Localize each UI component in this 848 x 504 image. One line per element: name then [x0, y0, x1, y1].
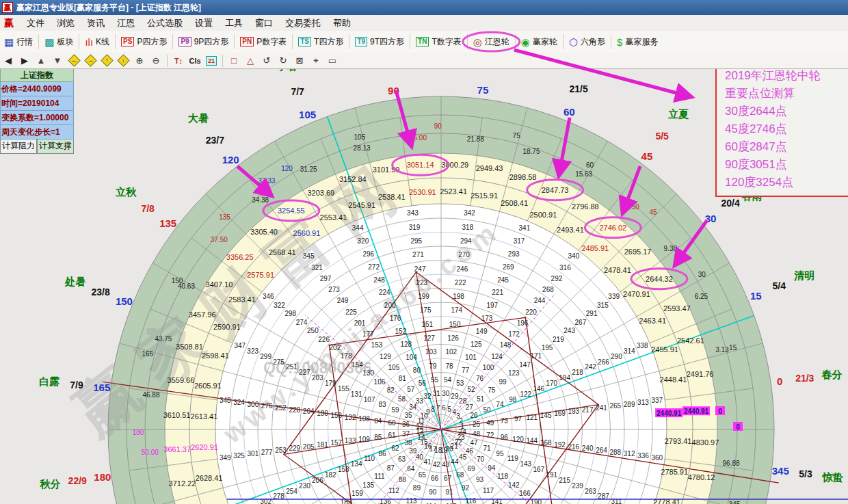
tool-pointer-up[interactable]: ▲ — [34, 54, 49, 68]
tool-rotate-cw[interactable]: ↻ — [276, 54, 291, 68]
calc-resistance-button[interactable]: 计算阻力 — [0, 140, 37, 154]
toolbar-item-winner-service[interactable]: $赢家服务 — [613, 33, 662, 51]
svg-text:153: 153 — [371, 341, 383, 349]
toolbar-item-t-table[interactable]: TNT数字表 — [412, 33, 466, 51]
svg-text:198: 198 — [453, 293, 464, 300]
svg-text:2746.02: 2746.02 — [599, 224, 626, 232]
blocks-icon: ▩ — [44, 37, 54, 47]
tool-page-next[interactable]: ▶ — [17, 54, 32, 68]
candlestick-icon: ılı — [85, 37, 93, 47]
svg-text:3: 3 — [456, 412, 460, 420]
menu-item-3[interactable]: 江恩 — [111, 17, 141, 29]
main-toolbar: ▦行情▩板块ılıK线PSP四方形P99P四方形PNP数字表TST四方形T99T… — [0, 31, 848, 53]
svg-text:111: 111 — [374, 473, 385, 480]
svg-text:148: 148 — [500, 341, 512, 349]
svg-text:白露: 白露 — [39, 375, 59, 387]
tool-rotate-ccw[interactable]: ↺ — [259, 54, 274, 68]
tool-center-tool[interactable]: ⌖ — [308, 54, 323, 68]
svg-text:97: 97 — [514, 415, 522, 423]
tool-calendar[interactable]: 21 — [204, 54, 219, 68]
svg-text:325: 325 — [233, 452, 245, 460]
svg-text:21/3: 21/3 — [795, 373, 814, 384]
toolbar-item-9p-square[interactable]: P99P四方形 — [174, 33, 233, 51]
menu-item-2[interactable]: 资讯 — [81, 17, 111, 29]
svg-text:174: 174 — [451, 306, 462, 314]
toolbar-item-hexagon[interactable]: ⬡六角形 — [565, 33, 609, 51]
svg-text:0: 0 — [718, 408, 722, 415]
menu-item-0[interactable]: 文件 — [21, 17, 51, 29]
toolbar-item-quotes[interactable]: ▦行情 — [0, 33, 37, 51]
svg-text:3356.25: 3356.25 — [226, 253, 254, 261]
svg-text:2590.91: 2590.91 — [213, 323, 241, 331]
svg-text:2542.61: 2542.61 — [677, 336, 704, 345]
svg-text:0: 0 — [777, 375, 782, 387]
svg-text:318: 318 — [462, 224, 474, 231]
menu-logo-icon: 赢 — [4, 17, 14, 29]
svg-text:66: 66 — [431, 475, 439, 482]
tool-cls[interactable]: Cls — [187, 54, 202, 68]
toolbar-item-label: 六角形 — [581, 36, 605, 48]
svg-text:47: 47 — [470, 439, 478, 447]
tool-shift-right[interactable]: → — [83, 54, 98, 68]
svg-text:3610.51: 3610.51 — [163, 411, 191, 419]
svg-text:252: 252 — [275, 404, 287, 412]
toolbar-item-label: P数字表 — [256, 36, 287, 48]
toolbar-item-kline[interactable]: ılıK线 — [81, 33, 114, 51]
tool-square-tool[interactable]: □ — [226, 54, 241, 68]
svg-text:128: 128 — [400, 341, 412, 348]
index-info-panel: 上证指数 价格=2440.9099时间=20190104变换系数=1.00000… — [0, 68, 74, 154]
tool-page-prev[interactable]: ◀ — [1, 54, 16, 68]
tool-shift-down[interactable]: ↓ — [116, 54, 131, 68]
svg-text:34.38: 34.38 — [252, 196, 269, 204]
toolbar-item-gann-wheel[interactable]: ◎江恩轮 — [469, 33, 514, 51]
tool-t-range[interactable]: T↕ — [171, 54, 186, 68]
svg-text:150: 150 — [172, 277, 183, 284]
toolbar-item-p-table[interactable]: PNP数字表 — [236, 33, 291, 51]
svg-text:3152.84: 3152.84 — [339, 175, 367, 183]
svg-text:43: 43 — [442, 461, 450, 468]
toolbar-item-9t-square[interactable]: T99T四方形 — [351, 33, 408, 51]
svg-text:240: 240 — [582, 445, 594, 452]
svg-text:4780.12: 4780.12 — [688, 473, 715, 481]
svg-text:197: 197 — [486, 302, 498, 309]
title-bar: 赢 赢家江恩专业版[赢家服务平台] - [上证指数 江恩轮] — [0, 0, 848, 16]
menu-item-9[interactable]: 帮助 — [327, 17, 357, 29]
menu-item-5[interactable]: 设置 — [189, 17, 219, 29]
tool-shift-left[interactable]: ← — [66, 54, 81, 68]
menu-item-8[interactable]: 交易委托 — [279, 17, 327, 29]
svg-text:87: 87 — [387, 464, 395, 472]
svg-text:349: 349 — [220, 454, 231, 462]
svg-text:193: 193 — [568, 408, 579, 415]
tool-zoom-out[interactable]: ⊖ — [148, 54, 163, 68]
svg-text:9.38: 9.38 — [664, 245, 678, 252]
tool-pointer-down[interactable]: ▼ — [50, 54, 65, 68]
toolbar-item-sectors[interactable]: ▩板块 — [40, 33, 77, 51]
svg-text:348: 348 — [220, 397, 231, 404]
svg-text:144: 144 — [527, 437, 538, 445]
toolbar-item-t-square[interactable]: TST四方形 — [294, 33, 347, 51]
tool-zoom-in[interactable]: ⊕ — [132, 54, 147, 68]
svg-text:77: 77 — [462, 367, 470, 374]
svg-text:263: 263 — [585, 488, 596, 495]
svg-text:339: 339 — [608, 293, 620, 300]
svg-text:347: 347 — [234, 342, 246, 349]
svg-text:46.88: 46.88 — [142, 391, 159, 399]
tool-shift-up[interactable]: ↑ — [99, 54, 114, 68]
svg-text:244: 244 — [534, 297, 546, 304]
menu-item-4[interactable]: 公式选股 — [141, 17, 189, 29]
menu-item-7[interactable]: 窗口 — [249, 17, 279, 29]
toolbar-item-label: 赢家服务 — [625, 36, 658, 48]
tool-triangle-tool[interactable]: △ — [243, 54, 258, 68]
svg-text:180: 180 — [133, 429, 144, 436]
svg-text:181: 181 — [317, 441, 328, 449]
svg-text:323: 323 — [247, 347, 259, 355]
toolbar-item-winner-wheel[interactable]: ◉赢家轮 — [517, 33, 561, 51]
tool-box-x-tool[interactable]: ⊠ — [292, 54, 307, 68]
svg-text:70: 70 — [477, 455, 485, 463]
toolbar-item-p-square[interactable]: PSP四方形 — [117, 33, 171, 51]
calc-support-button[interactable]: 计算支撑 — [37, 140, 74, 154]
menu-item-6[interactable]: 工具 — [219, 17, 249, 29]
svg-text:5/4: 5/4 — [773, 280, 786, 291]
tool-select-tool[interactable]: ▭ — [325, 54, 340, 68]
menu-item-1[interactable]: 浏览 — [51, 17, 81, 29]
